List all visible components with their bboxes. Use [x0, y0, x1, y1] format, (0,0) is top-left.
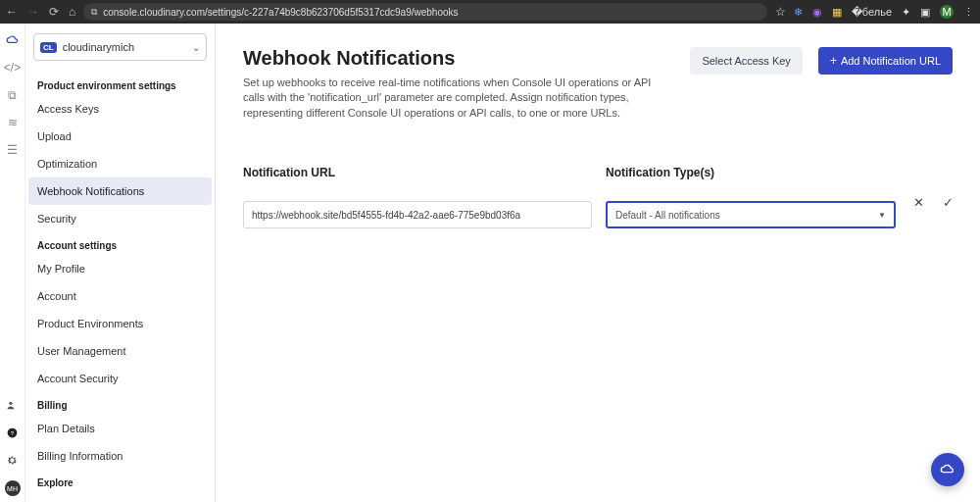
site-info-icon[interactable]: ⧉: [91, 7, 97, 18]
add-notification-url-button[interactable]: + Add Notification URL: [818, 47, 953, 75]
sidebar-heading: Account settings: [25, 232, 215, 255]
cancel-icon[interactable]: ✕: [909, 193, 927, 211]
notification-url-input[interactable]: [243, 201, 592, 228]
icon-rail: </> ⧉ ≋ ☰ ? MH: [0, 24, 25, 502]
account-selector[interactable]: CL cloudinarymich ⌄: [33, 33, 207, 61]
ext-icon-3[interactable]: ▦: [832, 6, 842, 19]
forward-icon: →: [27, 6, 39, 18]
rail-icon-help[interactable]: ?: [6, 426, 20, 439]
panel-icon[interactable]: ▣: [920, 6, 930, 19]
ext-icon-1[interactable]: ❄: [794, 6, 803, 19]
sidebar-item-upload[interactable]: Upload: [25, 123, 215, 150]
rail-icon-code[interactable]: </>: [6, 61, 20, 75]
sidebar-item-security[interactable]: Security: [25, 205, 215, 232]
rail-icon-layers[interactable]: ≋: [6, 116, 20, 129]
help-fab[interactable]: [931, 453, 964, 486]
address-bar[interactable]: ⧉ console.cloudinary.com/settings/c-227a…: [83, 3, 767, 21]
select-value: Default - All notifications: [615, 210, 720, 221]
main-content: Webhook Notifications Set up webhooks to…: [216, 24, 980, 502]
rail-icon-media[interactable]: ⧉: [6, 88, 20, 102]
ext-icon-2[interactable]: ◉: [812, 6, 822, 19]
bookmark-star-icon[interactable]: ☆: [775, 5, 786, 19]
add-button-label: Add Notification URL: [841, 55, 941, 67]
sidebar-heading: Billing: [25, 392, 215, 415]
sidebar-item-product-environments[interactable]: Product Environments: [25, 310, 215, 337]
extensions-puzzle-icon[interactable]: ✦: [902, 6, 910, 19]
home-icon[interactable]: ⌂: [69, 6, 75, 18]
chevron-down-icon: ⌄: [192, 42, 200, 53]
reload-icon[interactable]: ⟳: [49, 6, 59, 18]
sidebar-item-access-keys[interactable]: Access Keys: [25, 95, 215, 123]
sidebar-item-user-management[interactable]: User Management: [25, 337, 215, 365]
url-text: console.cloudinary.com/settings/c-227a74…: [103, 7, 458, 18]
sidebar-item-my-profile[interactable]: My Profile: [25, 255, 215, 282]
profile-avatar[interactable]: M: [940, 5, 954, 19]
cloudinary-logo-icon[interactable]: [6, 33, 20, 47]
kebab-menu-icon[interactable]: ⋮: [963, 6, 974, 19]
sidebar-item-account-security[interactable]: Account Security: [25, 365, 215, 392]
account-chip: CL: [40, 42, 57, 53]
confirm-icon[interactable]: ✓: [939, 193, 956, 211]
page-description: Set up webhooks to receive real-time not…: [243, 75, 674, 121]
sidebar-item-webhook-notifications[interactable]: Webhook Notifications: [28, 177, 212, 205]
svg-point-0: [9, 401, 12, 404]
sidebar-item-optimization[interactable]: Optimization: [25, 150, 215, 177]
sidebar-heading: Product environment settings: [25, 73, 215, 95]
sidebar-item-account[interactable]: Account: [25, 282, 215, 310]
sidebar-item-plan-details[interactable]: Plan Details: [25, 415, 215, 442]
rail-icon-settings[interactable]: ☰: [6, 143, 20, 157]
notification-type-label: Notification Type(s): [606, 166, 896, 179]
account-name: cloudinarymich: [63, 41, 134, 53]
settings-sidebar: CL cloudinarymich ⌄ Product environment …: [25, 24, 216, 502]
dropdown-triangle-icon: ▼: [878, 211, 886, 220]
rail-icon-gear[interactable]: [6, 453, 20, 467]
extensions-icon[interactable]: �белье: [852, 6, 892, 19]
back-icon[interactable]: ←: [6, 6, 18, 18]
page-title: Webhook Notifications: [243, 47, 674, 70]
notification-url-label: Notification URL: [243, 166, 592, 179]
select-access-key-button[interactable]: Select Access Key: [690, 47, 803, 75]
rail-icon-users[interactable]: [6, 398, 20, 412]
notification-type-select[interactable]: Default - All notifications ▼: [606, 201, 896, 228]
rail-user-avatar[interactable]: MH: [5, 480, 21, 496]
sidebar-item-billing-information[interactable]: Billing Information: [25, 442, 215, 470]
sidebar-heading: Explore: [25, 470, 215, 492]
plus-icon: +: [830, 55, 837, 67]
browser-toolbar: ← → ⟳ ⌂ ⧉ console.cloudinary.com/setting…: [0, 0, 980, 24]
